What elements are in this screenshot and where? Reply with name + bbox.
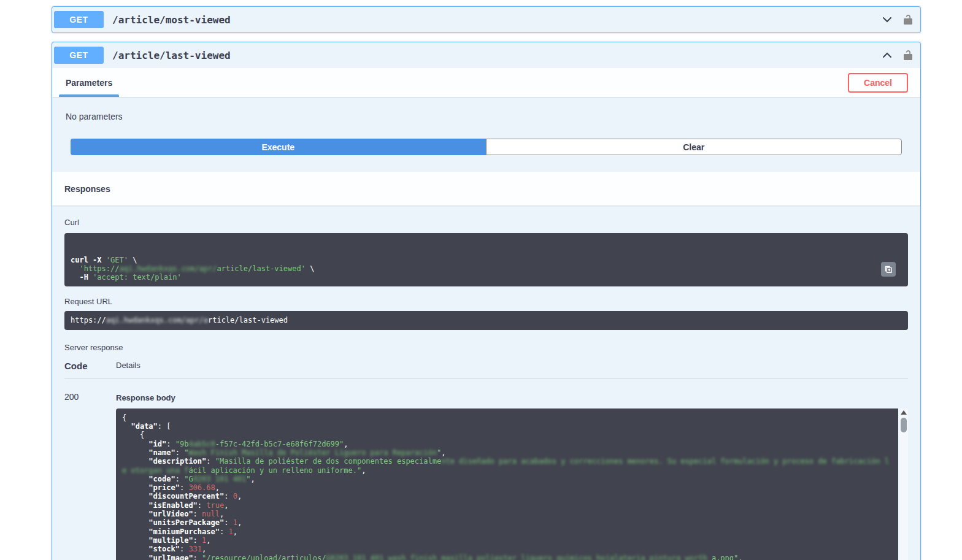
scrollbar-thumb[interactable] [901,418,907,432]
code-text: "id" [148,440,166,448]
response-body-wrap: { "data": [ { "id": "9b4ab5c0-f57c-42fd-… [116,408,908,560]
code-text: : [ [158,422,171,431]
code-text: : [220,527,228,536]
swagger-ui: GET /article/most-viewed GET /article/la… [0,0,962,560]
code-text: : [224,518,233,527]
server-response-row: 200 Response body { "data": [ { "id": "9… [64,392,908,560]
code-text: "unitsPerPackage" [148,518,224,527]
code-text [122,448,148,457]
code-text: "multiple" [148,536,193,545]
unlock-icon[interactable] [902,13,914,26]
code-text [122,536,148,545]
code-text: "urlVideo" [148,510,193,518]
curl-label: Curl [64,218,79,227]
code-text: "/resource/upload/articulos/ [202,554,326,560]
code-text: "Masilla de poliéster de dos componentes… [215,457,441,466]
opblock-last-viewed-header[interactable]: GET /article/last-viewed [52,42,920,68]
code-text: : [198,501,206,510]
code-text: article/last-viewed' [217,264,306,273]
endpoint-path: /article/most-viewed [112,14,881,26]
code-text: 1 [228,527,233,536]
code-text: "name" [148,448,175,457]
server-response-table-head: Code Details [64,361,908,379]
code-line: -H 'accept: text/plain' [71,273,902,282]
code-text [122,554,148,560]
code-text: : [193,536,202,545]
code-text: -f57c-42fd-b5c7-e68f6f72d699" [215,440,344,448]
code-text: : [224,492,233,501]
method-badge-get: GET [54,11,104,28]
code-line: "price": 306.68, [122,483,892,492]
code-text: , [202,545,206,553]
code-text: { [122,413,126,422]
code-text: curl -X [71,256,106,264]
code-text: , [237,492,242,501]
code-text: : [193,510,202,518]
code-line: { [122,413,892,422]
request-url-value: https://aqi.hwdankxqs.com/apr/article/la… [64,311,908,329]
tab-parameters[interactable]: Parameters [64,68,114,97]
code-text: : [175,448,184,457]
code-text [122,501,148,510]
code-line: "id": "9b4ab5c0-f57c-42fd-b5c7-e68f6f72d… [122,440,892,448]
code-text: , [441,448,445,457]
code-text: "G [184,475,193,483]
response-body-scrollbar[interactable] [899,408,908,560]
code-text: "urlImage" [148,554,193,560]
execute-button[interactable]: Execute [71,139,486,155]
code-text: 1 [233,518,237,527]
response-details: Response body { "data": [ { "id": "9b4ab… [116,392,908,560]
code-text: 'GET' [106,256,128,264]
code-text: " [246,475,250,483]
code-line: curl -X 'GET' \ [71,256,902,264]
opblock-most-viewed-header[interactable]: GET /article/most-viewed [52,7,920,33]
copy-to-clipboard-button[interactable] [881,262,896,277]
code-text: 306.68 [188,483,215,492]
code-text: , [738,554,742,560]
code-text [122,457,148,466]
code-text: , [220,510,224,518]
scrollbar-arrow-up-icon[interactable] [901,410,907,415]
code-text [122,545,148,553]
code-text: , [233,527,237,536]
server-response-table: Code Details 200 Response body { "data":… [64,361,908,560]
chevron-up-icon[interactable] [881,49,893,61]
no-parameters-text: No parameters [52,97,920,124]
method-badge-get: GET [54,47,104,64]
code-text: 'https:// [79,264,119,273]
code-line: "multiple": 1, [122,536,892,545]
code-text: \ [128,256,137,264]
code-text [122,527,148,536]
unlock-icon[interactable] [902,49,914,61]
code-text: , [251,475,255,483]
code-text: 'accept: text/plain' [93,273,182,282]
code-line: "discountPercent": 0, [122,492,892,501]
redacted-text: aqi.hwdankxqs.com/apr/a [106,316,208,324]
code-line: "urlImage": "/resource/upload/articulos/… [122,554,892,560]
code-text: true [206,501,224,510]
code-line: { [122,431,892,439]
endpoint-path: /article/last-viewed [112,50,881,61]
opblock-most-viewed: GET /article/most-viewed [52,6,921,33]
code-line: "description": "Masilla de poliéster de … [122,457,892,475]
code-column-header: Code [64,361,116,371]
response-body-label: Response body [116,393,175,402]
code-text: , [215,483,220,492]
code-text: , [344,440,348,448]
redacted-text: Wash Finish Masilla de Poliéster Liguero… [188,448,437,457]
code-line: 'https://aqi.hwdankxqs.com/apr/article/l… [71,264,902,273]
code-text: : [175,475,184,483]
code-text: "description" [148,457,206,466]
responses-inner: Curl curl -X 'GET' \ 'https://aqi.hwdank… [52,205,920,560]
code-text [122,483,148,492]
clear-button[interactable]: Clear [486,139,902,155]
cancel-button[interactable]: Cancel [848,73,908,93]
details-column-header: Details [116,361,140,371]
code-text: 331 [188,545,202,553]
code-text: , [224,501,228,510]
code-text [122,475,148,483]
chevron-down-icon[interactable] [881,13,893,26]
redacted-text: 0203 101 401 [193,475,247,483]
redacted-text: 4ab5c0 [188,440,215,448]
status-code: 200 [64,392,116,560]
